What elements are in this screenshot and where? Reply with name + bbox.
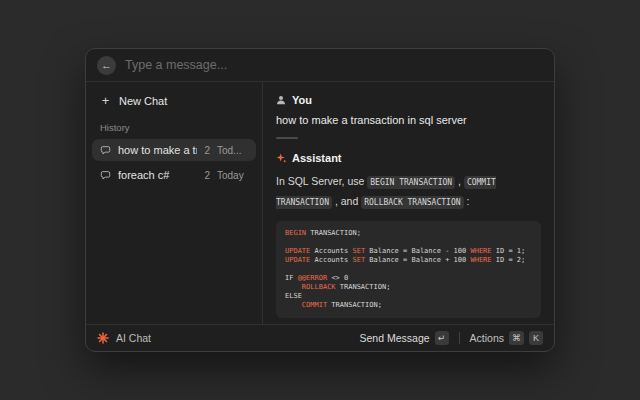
chat-bubble-icon xyxy=(100,145,111,156)
history-item[interactable]: foreach c#2Today xyxy=(92,164,256,186)
send-message-label: Send Message xyxy=(360,332,430,344)
code-line: COMMIT TRANSACTION; xyxy=(285,301,532,310)
actions-button[interactable]: Actions ⌘ K xyxy=(470,331,543,345)
message-divider xyxy=(276,137,298,139)
new-chat-label: New Chat xyxy=(119,95,167,107)
app-name: AI Chat xyxy=(116,332,151,344)
assistant-label: Assistant xyxy=(292,152,342,164)
app-logo-icon xyxy=(97,332,109,344)
assistant-message-header: Assistant xyxy=(276,152,541,164)
code-line xyxy=(285,265,532,274)
user-message: how to make a transaction in sql server xyxy=(276,114,541,126)
back-button[interactable]: ← xyxy=(97,56,116,75)
history-item-count: 2 xyxy=(204,170,210,181)
paragraph-text: : xyxy=(464,195,470,207)
footer-left: AI Chat xyxy=(97,332,360,344)
inline-code: ROLLBACK TRANSACTION xyxy=(361,196,463,209)
enter-keycap: ↵ xyxy=(435,331,449,345)
code-line: UPDATE Accounts SET Balance = Balance - … xyxy=(285,247,532,256)
inline-code: BEGIN TRANSACTION xyxy=(367,176,455,189)
code-line: IF @@ERROR <> 0 xyxy=(285,274,532,283)
history-item-date: Tod... xyxy=(217,145,248,156)
ai-chat-window: ← Type a message... + New Chat History h… xyxy=(85,48,555,352)
plus-icon: + xyxy=(100,94,111,107)
history-item-date: Today xyxy=(217,170,248,181)
cmd-keycap: ⌘ xyxy=(509,331,524,345)
user-message-header: You xyxy=(276,94,541,106)
history-item-label: how to make a transa... xyxy=(118,144,197,156)
send-message-button[interactable]: Send Message ↵ xyxy=(360,331,449,345)
paragraph-text: , and xyxy=(332,195,361,207)
history-item-count: 2 xyxy=(204,145,210,156)
code-line: ELSE xyxy=(285,292,532,301)
user-label: You xyxy=(292,94,312,106)
code-line: ROLLBACK TRANSACTION; xyxy=(285,283,532,292)
header: ← Type a message... xyxy=(86,49,554,82)
footer-right: Send Message ↵ Actions ⌘ K xyxy=(360,331,543,345)
code-line: UPDATE Accounts SET Balance = Balance + … xyxy=(285,256,532,265)
k-keycap: K xyxy=(529,331,543,345)
chat-pane: You how to make a transaction in sql ser… xyxy=(263,82,554,324)
message-input[interactable]: Type a message... xyxy=(125,58,543,72)
user-icon xyxy=(276,95,286,105)
footer: AI Chat Send Message ↵ Actions ⌘ K xyxy=(86,324,554,351)
code-line: BEGIN TRANSACTION; xyxy=(285,229,532,238)
history-list: how to make a transa...2Tod...foreach c#… xyxy=(92,139,256,186)
chat-bubble-icon xyxy=(100,170,111,181)
footer-divider xyxy=(459,332,460,344)
paragraph-text: , xyxy=(455,175,464,187)
sidebar: + New Chat History how to make a transa.… xyxy=(86,82,263,324)
code-block: BEGIN TRANSACTION; UPDATE Accounts SET B… xyxy=(276,221,541,318)
body: + New Chat History how to make a transa.… xyxy=(86,82,554,324)
assistant-paragraph: In SQL Server, use BEGIN TRANSACTION , C… xyxy=(276,172,541,212)
code-line xyxy=(285,238,532,247)
history-section-label: History xyxy=(100,122,248,133)
history-item[interactable]: how to make a transa...2Tod... xyxy=(92,139,256,161)
history-item-label: foreach c# xyxy=(118,169,197,181)
sparkle-icon xyxy=(276,153,286,163)
actions-label: Actions xyxy=(470,332,504,344)
paragraph-text: In SQL Server, use xyxy=(276,175,367,187)
new-chat-button[interactable]: + New Chat xyxy=(92,89,256,112)
back-arrow-icon: ← xyxy=(101,60,112,71)
